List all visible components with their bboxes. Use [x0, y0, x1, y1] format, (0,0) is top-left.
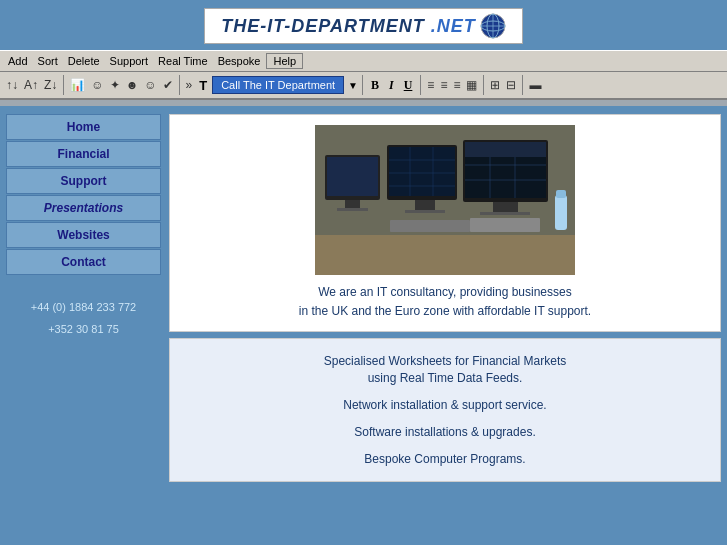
server-image — [315, 125, 575, 275]
main-area: Home Financial Support Presentations Web… — [0, 106, 727, 490]
align-right-icon[interactable]: ≡ — [451, 77, 462, 93]
logo-container: THE-IT-DEPARTMENT .NET — [204, 8, 522, 44]
svg-rect-12 — [389, 147, 455, 196]
svg-rect-31 — [390, 220, 470, 232]
sidebar: Home Financial Support Presentations Web… — [6, 114, 161, 482]
smiley-icon[interactable]: ☺ — [89, 77, 105, 93]
sort-za-icon[interactable]: Z↓ — [42, 77, 59, 93]
server-graphic — [315, 125, 575, 275]
underline-button[interactable]: U — [400, 76, 417, 95]
service-2: Network installation & support service. — [190, 397, 700, 414]
chart-icon[interactable]: 📊 — [68, 77, 87, 93]
svg-rect-8 — [327, 157, 378, 196]
logo-main-text: THE-IT-DEPARTMENT — [221, 16, 424, 36]
svg-rect-6 — [315, 235, 575, 275]
svg-rect-28 — [480, 212, 530, 215]
align-justify-icon[interactable]: ▦ — [464, 77, 479, 93]
dropdown-arrow-icon[interactable]: ▼ — [348, 80, 358, 91]
phone-1: +44 (0) 1884 233 772 — [6, 296, 161, 318]
phone-2: +352 30 81 75 — [6, 318, 161, 340]
nav-contact[interactable]: Contact — [6, 249, 161, 275]
nav-websites[interactable]: Websites — [6, 222, 161, 248]
svg-rect-29 — [555, 195, 567, 230]
service-1: Specialised Worksheets for Financial Mar… — [190, 353, 700, 387]
toolbar-sep-6 — [522, 75, 523, 95]
toolbar-sep-4 — [420, 75, 421, 95]
font-t: T — [196, 78, 210, 93]
svg-rect-9 — [345, 200, 360, 208]
content-area: We are an IT consultancy, providing busi… — [169, 114, 721, 482]
intro-paragraph: We are an IT consultancy, providing busi… — [299, 285, 591, 318]
svg-rect-19 — [405, 210, 445, 213]
logo-bar: THE-IT-DEPARTMENT .NET — [0, 0, 727, 50]
sort-az-icon[interactable]: A↑ — [22, 77, 40, 93]
logo-text: THE-IT-DEPARTMENT .NET — [221, 16, 475, 37]
svg-rect-10 — [337, 208, 368, 211]
menu-bar: Add Sort Delete Support Real Time Bespok… — [0, 50, 727, 72]
svg-rect-27 — [493, 202, 518, 212]
nav-support[interactable]: Support — [6, 168, 161, 194]
extra-icon[interactable]: ▬ — [527, 77, 543, 93]
toolbar-sep-2 — [179, 75, 180, 95]
nav-home[interactable]: Home — [6, 114, 161, 140]
star-icon[interactable]: ✦ — [108, 77, 122, 93]
service-1-text: Specialised Worksheets for Financial Mar… — [324, 354, 567, 385]
services-box: Specialised Worksheets for Financial Mar… — [169, 338, 721, 482]
face-icon[interactable]: ☺ — [142, 77, 158, 93]
logo-suffix: .NET — [431, 16, 476, 36]
toolbar-sep-1 — [63, 75, 64, 95]
menu-delete[interactable]: Delete — [64, 54, 104, 68]
heart-icon[interactable]: ☻ — [124, 77, 141, 93]
intro-box: We are an IT consultancy, providing busi… — [169, 114, 721, 332]
align-left-icon[interactable]: ≡ — [425, 77, 436, 93]
globe-icon — [480, 13, 506, 39]
toolbar-sep-3 — [362, 75, 363, 95]
intro-text: We are an IT consultancy, providing busi… — [299, 283, 591, 321]
align-center-icon[interactable]: ≡ — [438, 77, 449, 93]
service-4: Bespoke Computer Programs. — [190, 451, 700, 468]
bold-button[interactable]: B — [367, 76, 383, 95]
nav-presentations[interactable]: Presentations — [6, 195, 161, 221]
indent-icon[interactable]: ⊞ — [488, 77, 502, 93]
svg-rect-30 — [556, 190, 566, 198]
menu-add[interactable]: Add — [4, 54, 32, 68]
outdent-icon[interactable]: ⊟ — [504, 77, 518, 93]
service-4-text: Bespoke Computer Programs. — [364, 452, 525, 466]
service-3: Software installations & upgrades. — [190, 424, 700, 441]
call-button[interactable]: Call The IT Department — [212, 76, 344, 94]
menu-realtime[interactable]: Real Time — [154, 54, 212, 68]
more-icon[interactable]: » — [184, 77, 195, 93]
svg-rect-18 — [415, 200, 435, 210]
phone-info: +44 (0) 1884 233 772 +352 30 81 75 — [6, 296, 161, 340]
sort-asc-icon[interactable]: ↑↓ — [4, 77, 20, 93]
toolbar: ↑↓ A↑ Z↓ 📊 ☺ ✦ ☻ ☺ ✔ » T Call The IT Dep… — [0, 72, 727, 100]
menu-bespoke[interactable]: Bespoke — [214, 54, 265, 68]
toolbar-sep-5 — [483, 75, 484, 95]
menu-support[interactable]: Support — [106, 54, 153, 68]
svg-rect-32 — [470, 218, 540, 232]
menu-help[interactable]: Help — [266, 53, 303, 69]
service-3-text: Software installations & upgrades. — [354, 425, 535, 439]
nav-financial[interactable]: Financial — [6, 141, 161, 167]
menu-sort[interactable]: Sort — [34, 54, 62, 68]
italic-button[interactable]: I — [385, 76, 398, 95]
service-2-text: Network installation & support service. — [343, 398, 546, 412]
svg-rect-22 — [465, 142, 546, 157]
check-icon[interactable]: ✔ — [161, 77, 175, 93]
